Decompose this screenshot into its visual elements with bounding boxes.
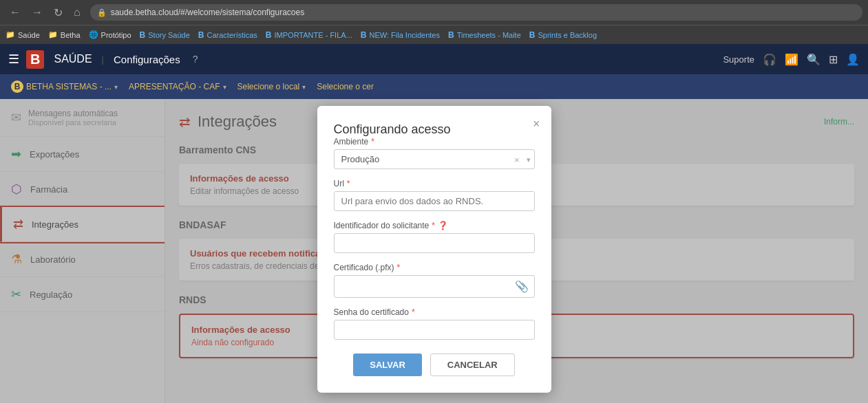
header-left: ☰ B SAÚDE | Configurações ?	[8, 50, 198, 69]
chevron-down-icon: ▾	[527, 155, 531, 164]
cancel-button[interactable]: CANCELAR	[430, 353, 515, 376]
input-identificador[interactable]	[334, 233, 535, 253]
label-certificado: Certificado (.pfx) *	[334, 263, 535, 272]
form-group-url: Url *	[334, 179, 535, 211]
modal-overlay: Configurando acesso × Ambiente * Produçã…	[0, 99, 868, 403]
back-button[interactable]: ←	[6, 5, 25, 20]
required-star: *	[347, 179, 350, 188]
page-title: Configurações	[114, 54, 180, 65]
breadcrumb-local[interactable]: Selecione o local ▾	[237, 82, 306, 91]
bookmark-timesheets[interactable]: B Timesheets - Maite	[448, 30, 521, 40]
input-url[interactable]	[334, 191, 535, 211]
bookmark-fila-incidentes[interactable]: B NEW: Fila Incidentes	[361, 30, 440, 40]
chevron-icon: ▾	[114, 83, 118, 91]
modal-configurando-acesso: Configurando acesso × Ambiente * Produçã…	[317, 106, 551, 393]
help-icon[interactable]: ?	[193, 54, 198, 65]
bookmarks-icon: B	[198, 30, 204, 40]
required-star: *	[432, 221, 435, 230]
bookmarks-bar: 📁 Saúde 📁 Betha 🌐 Protótipo B Story Saúd…	[0, 25, 868, 44]
attach-button[interactable]: 📎	[509, 276, 534, 297]
app-header: ☰ B SAÚDE | Configurações ? Suporte 🎧 📶 …	[0, 44, 868, 74]
folder-icon: 📁	[6, 30, 15, 39]
bookmarks-icon: B	[448, 30, 454, 40]
modal-footer: SALVAR CANCELAR	[334, 353, 535, 376]
bookmarks-icon: B	[140, 30, 146, 40]
label-identificador: Identificador do solicitante * ❓	[334, 221, 535, 230]
breadcrumb-caf[interactable]: APRESENTAÇÃO - CAF ▾	[129, 82, 226, 91]
chevron-icon: ▾	[223, 83, 226, 91]
bookmark-saude[interactable]: 📁 Saúde	[6, 30, 40, 39]
search-icon[interactable]: 🔍	[807, 53, 821, 66]
app-logo: B	[26, 50, 44, 69]
address-bar[interactable]: 🔒 saude.betha.cloud/#/welcome/sistema/co…	[90, 4, 862, 21]
separator: |	[102, 54, 104, 65]
url-text: saude.betha.cloud/#/welcome/sistema/conf…	[111, 8, 305, 17]
input-certificado[interactable]	[335, 277, 509, 296]
required-star: *	[397, 263, 401, 272]
user-icon[interactable]: 👤	[846, 53, 860, 66]
wifi-icon: 📶	[785, 53, 798, 66]
input-senha[interactable]	[334, 320, 535, 340]
modal-close-button[interactable]: ×	[533, 117, 540, 131]
save-button[interactable]: SALVAR	[353, 353, 422, 376]
support-label: Suporte	[723, 54, 754, 65]
headset-icon: 🎧	[763, 53, 776, 66]
site-icon: 🌐	[89, 30, 98, 39]
lock-icon: 🔒	[97, 8, 107, 17]
bookmark-story[interactable]: B Story Saúde	[140, 30, 190, 40]
reload-button[interactable]: ↻	[50, 5, 67, 21]
label-senha: Senha do certificado *	[334, 307, 535, 317]
bookmarks-icon: B	[361, 30, 367, 40]
form-group-certificado: Certificado (.pfx) * 📎	[334, 263, 535, 298]
breadcrumb-betha[interactable]: B BETHA SISTEMAS - ... ▾	[11, 80, 118, 93]
app-title: SAÚDE	[54, 53, 92, 65]
folder-icon: 📁	[48, 30, 58, 39]
required-star: *	[371, 137, 374, 146]
form-group-identificador: Identificador do solicitante * ❓	[334, 221, 535, 253]
bookmark-importante[interactable]: B IMPORTANTE - FILA...	[266, 30, 352, 40]
certificado-input-group: 📎	[334, 275, 535, 298]
forward-button[interactable]: →	[28, 5, 47, 20]
bookmarks-icon: B	[529, 30, 536, 40]
chevron-icon: ▾	[302, 83, 306, 91]
bookmarks-icon: B	[266, 30, 272, 40]
form-group-ambiente: Ambiente * Produção Homologação × ▾	[334, 137, 535, 169]
hamburger-icon[interactable]: ☰	[8, 52, 19, 67]
help-circle-icon[interactable]: ❓	[438, 221, 448, 230]
bookmark-betha[interactable]: 📁 Betha	[48, 30, 81, 39]
select-clear-icon[interactable]: ×	[514, 154, 520, 164]
required-star: *	[412, 307, 415, 317]
label-ambiente: Ambiente *	[334, 137, 535, 146]
home-button[interactable]: ⌂	[70, 5, 85, 20]
label-url: Url *	[334, 179, 535, 188]
select-ambiente[interactable]: Produção Homologação	[334, 149, 535, 169]
bookmark-sprints[interactable]: B Sprints e Backlog	[529, 30, 597, 40]
grid-icon[interactable]: ⊞	[829, 53, 838, 66]
form-group-senha: Senha do certificado *	[334, 307, 535, 340]
modal-title: Configurando acesso	[334, 122, 451, 136]
bookmark-caracteristicas[interactable]: B Características	[198, 30, 257, 40]
main-layout: ✉ Mensagens automáticas Disponível para …	[0, 99, 868, 403]
breadcrumb-bar: B BETHA SISTEMAS - ... ▾ APRESENTAÇÃO - …	[0, 74, 868, 99]
org-icon: B	[11, 80, 23, 93]
browser-bar: ← → ↻ ⌂ 🔒 saude.betha.cloud/#/welcome/si…	[0, 0, 868, 25]
bookmark-prototipo[interactable]: 🌐 Protótipo	[89, 30, 131, 39]
nav-buttons: ← → ↻ ⌂	[6, 5, 85, 21]
breadcrumb-cert[interactable]: Selecione o cer	[317, 82, 374, 91]
header-right: Suporte 🎧 📶 🔍 ⊞ 👤	[723, 53, 860, 66]
select-wrapper-ambiente: Produção Homologação × ▾	[334, 149, 535, 169]
